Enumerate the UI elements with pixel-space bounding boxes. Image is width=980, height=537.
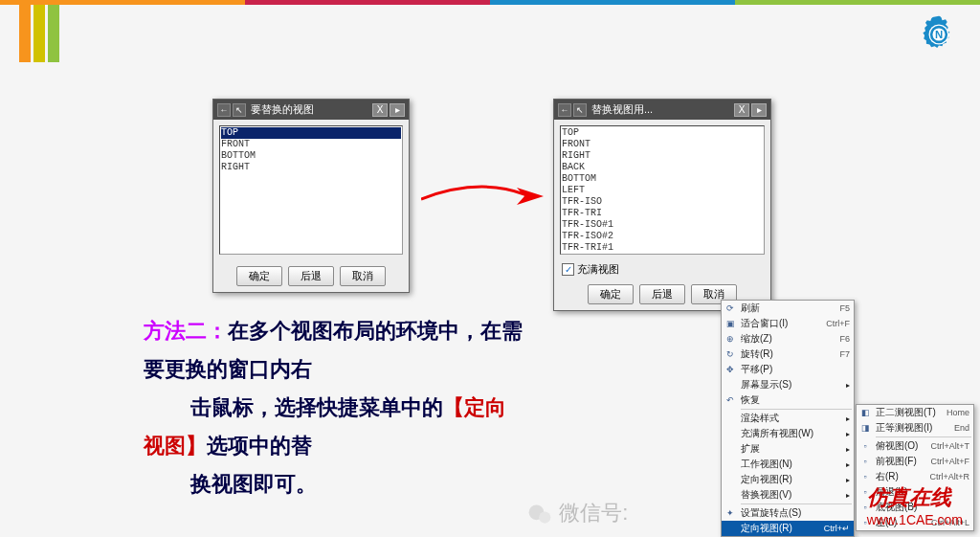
cancel-button[interactable]: 取消 <box>340 266 386 286</box>
dialog1-title: 要替换的视图 <box>248 102 370 117</box>
instruction-line1: 在多个视图布局的环境中，在需 <box>228 319 523 343</box>
back-icon[interactable]: ← <box>558 103 571 117</box>
menu-separator <box>876 436 971 437</box>
menu-item-replace-view[interactable]: 替换视图(V)▸ <box>722 487 854 503</box>
menu-item-refresh[interactable]: ⟳刷新F5 <box>722 301 854 316</box>
list-item[interactable]: RIGHT <box>221 162 401 173</box>
fill-view-checkbox-row[interactable]: ✓ 充满视图 <box>554 260 770 279</box>
orient-keyword: 定向 <box>464 395 506 419</box>
back-button[interactable]: 后退 <box>639 284 685 304</box>
menu-item-orient-view[interactable]: 定向视图(R)▸ <box>722 472 854 487</box>
menu-item-dimetric[interactable]: ◧正二测视图(T)Home <box>857 405 973 420</box>
list-item[interactable]: TFR-ISO#2 <box>562 231 763 242</box>
dialog1-titlebar[interactable]: ← ↖ 要替换的视图 X ▸ <box>213 100 409 120</box>
restore-icon: ↶ <box>724 395 737 405</box>
menu-item-orient-selected[interactable]: 定向视图(R)Ctrl+↵ <box>722 521 854 536</box>
menu-item-top-view[interactable]: ▫俯视图(O)Ctrl+Alt+T <box>857 438 973 454</box>
menu-item-expand[interactable]: 扩展▸ <box>722 441 854 457</box>
top-color-bar <box>0 0 980 5</box>
dialog2-listbox[interactable]: TOP FRONT RIGHT BACK BOTTOM LEFT TFR-ISO… <box>560 125 765 255</box>
zoom-icon: ⊕ <box>724 334 737 344</box>
list-item[interactable]: FRONT <box>221 139 401 150</box>
list-item[interactable]: LEFT <box>562 185 763 196</box>
menu-item-isometric[interactable]: ◨正等测视图(I)End <box>857 420 973 436</box>
checkbox-icon[interactable]: ✓ <box>562 263 574 276</box>
menu-item-zoom[interactable]: ⊕缩放(Z)F6 <box>722 331 854 347</box>
bracket-open: 【 <box>443 395 464 419</box>
refresh-icon: ⟳ <box>724 303 737 313</box>
wechat-label: 微信号: <box>559 501 628 525</box>
brand-footer: 仿真在线 www.1CAE.com <box>867 483 963 527</box>
wechat-watermark: 微信号: <box>526 499 628 527</box>
instruction-text: 方法二：在多个视图布局的环境中，在需 要更换的窗口内右 击鼠标，选择快捷菜单中的… <box>144 312 689 503</box>
top-icon: ▫ <box>858 441 872 451</box>
method-label: 方法二： <box>144 319 228 343</box>
arrow-icon <box>421 182 546 211</box>
menu-item-right-view[interactable]: ▫右(R)Ctrl+Alt+R <box>857 469 973 484</box>
menu-item-restore[interactable]: ↶恢复 <box>722 392 854 408</box>
pointer-icon[interactable]: ↖ <box>233 103 246 117</box>
fit-icon: ▣ <box>724 319 737 328</box>
menu-separator <box>741 409 852 410</box>
menu-item-fill-views[interactable]: 充满所有视图(W)▸ <box>722 426 854 441</box>
domain-text: www.1CAE.com <box>867 512 963 527</box>
rotate-icon: ↻ <box>724 349 737 359</box>
replace-view-with-dialog: ← ↖ 替换视图用... X ▸ TOP FRONT RIGHT BACK BO… <box>553 99 771 311</box>
list-item[interactable]: BOTTOM <box>562 173 763 185</box>
menu-item-work-view[interactable]: 工作视图(N)▸ <box>722 457 854 472</box>
svg-point-4 <box>539 511 550 523</box>
point-icon: ✦ <box>724 508 737 518</box>
vertical-stripes <box>19 5 59 62</box>
wechat-icon <box>526 501 553 527</box>
cube-icon: ◨ <box>858 423 872 433</box>
menu-item-front-view[interactable]: ▫前视图(F)Ctrl+Alt+F <box>857 454 973 469</box>
list-item[interactable]: TFR-ISO#1 <box>562 219 763 231</box>
cube-icon: ◧ <box>858 408 872 417</box>
close-icon[interactable]: X <box>372 103 388 117</box>
back-button[interactable]: 后退 <box>288 266 334 286</box>
pointer-icon[interactable]: ↖ <box>573 103 587 117</box>
ok-button[interactable]: 确定 <box>236 266 282 286</box>
view-keyword: 视图 <box>144 434 186 458</box>
checkbox-label: 充满视图 <box>577 262 619 277</box>
bracket-close: 】 <box>186 434 207 458</box>
menu-item-set-rotation-point[interactable]: ✦设置旋转点(S) <box>722 505 854 521</box>
list-item[interactable]: TFR-TRI <box>562 208 763 219</box>
instruction-line5: 换视图即可。 <box>190 472 317 496</box>
pan-icon: ✥ <box>724 365 737 374</box>
dialog2-title: 替换视图用... <box>589 102 732 117</box>
instruction-line2: 要更换的窗口内右 <box>144 357 312 381</box>
list-item[interactable]: FRONT <box>562 139 763 150</box>
svg-text:N: N <box>935 29 943 40</box>
list-item[interactable]: TOP <box>562 127 763 139</box>
pin-icon[interactable]: ▸ <box>390 103 405 117</box>
context-menu: ⟳刷新F5 ▣适合窗口(I)Ctrl+F ⊕缩放(Z)F6 ↻旋转(R)F7 ✥… <box>721 300 855 537</box>
menu-item-screen-display[interactable]: 屏幕显示(S)▸ <box>722 377 854 392</box>
instruction-line4: 选项中的替 <box>207 434 312 458</box>
gear-logo-icon: N <box>919 14 959 55</box>
menu-separator <box>741 503 852 504</box>
ok-button[interactable]: 确定 <box>588 284 634 304</box>
front-icon: ▫ <box>858 457 872 466</box>
dialog1-buttons: 确定 后退 取消 <box>213 260 409 292</box>
menu-item-rotate[interactable]: ↻旋转(R)F7 <box>722 347 854 362</box>
dialog1-listbox[interactable]: TOP FRONT BOTTOM RIGHT <box>219 125 403 255</box>
right-icon: ▫ <box>858 472 872 481</box>
list-item[interactable]: TFR-ISO <box>562 196 763 208</box>
brand-name: 仿真在线 <box>867 485 951 509</box>
list-item[interactable]: RIGHT <box>562 150 763 162</box>
list-item[interactable]: TFR-TRI#1 <box>562 242 763 254</box>
close-icon[interactable]: X <box>734 103 749 117</box>
dialog2-titlebar[interactable]: ← ↖ 替换视图用... X ▸ <box>554 100 770 120</box>
menu-item-fit-window[interactable]: ▣适合窗口(I)Ctrl+F <box>722 316 854 331</box>
instruction-line3: 击鼠标，选择快捷菜单中的 <box>190 395 443 419</box>
replace-view-dialog: ← ↖ 要替换的视图 X ▸ TOP FRONT BOTTOM RIGHT 确定… <box>212 99 410 293</box>
menu-item-render-style[interactable]: 渲染样式▸ <box>722 411 854 426</box>
list-item[interactable]: BOTTOM <box>221 150 401 162</box>
back-icon[interactable]: ← <box>217 103 231 117</box>
menu-item-pan[interactable]: ✥平移(P) <box>722 362 854 377</box>
pin-icon[interactable]: ▸ <box>751 103 767 117</box>
list-item[interactable]: BACK <box>562 162 763 173</box>
list-item[interactable]: TOP <box>221 127 401 139</box>
